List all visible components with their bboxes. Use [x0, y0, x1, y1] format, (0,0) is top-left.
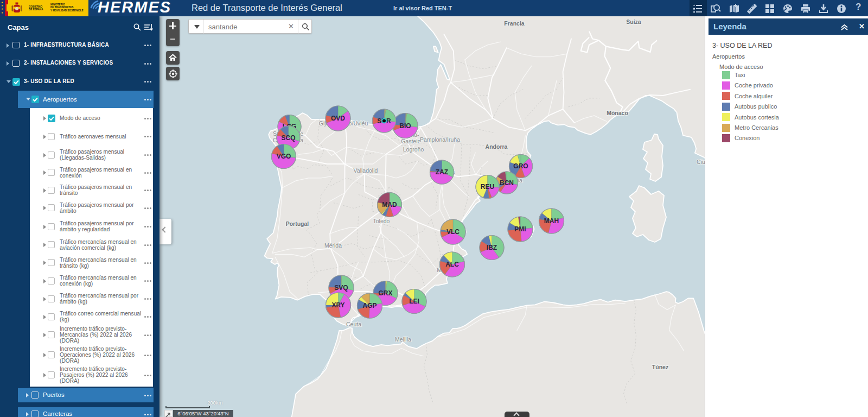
svg-text:SCQ: SCQ: [281, 134, 295, 142]
svg-text:Gasteiz: Gasteiz: [401, 138, 420, 144]
svg-text:IBZ: IBZ: [487, 244, 497, 251]
svg-text:XRY: XRY: [331, 301, 344, 309]
svg-text:Melilla: Melilla: [395, 336, 411, 343]
svg-text:REU: REU: [481, 183, 494, 191]
svg-text:Valladolid: Valladolid: [354, 167, 378, 174]
svg-text:Logroño: Logroño: [403, 146, 424, 153]
svg-text:GRX: GRX: [378, 289, 392, 297]
svg-text:Pamplona/Iruña: Pamplona/Iruña: [420, 136, 460, 143]
svg-text:MAD: MAD: [382, 201, 397, 208]
svg-text:ZAZ: ZAZ: [436, 168, 448, 176]
svg-text:Ceuta: Ceuta: [346, 321, 361, 327]
svg-text:Suiza: Suiza: [626, 18, 641, 25]
svg-text:GRO: GRO: [513, 162, 528, 170]
svg-text:Mérida: Mérida: [324, 242, 342, 249]
svg-text:Portugal: Portugal: [286, 220, 309, 227]
svg-text:SVQ: SVQ: [334, 284, 348, 292]
svg-text:Andorra: Andorra: [486, 143, 508, 150]
svg-text:MAH: MAH: [544, 217, 559, 225]
svg-text:PMI: PMI: [514, 225, 526, 233]
svg-text:Mónaco: Mónaco: [607, 110, 628, 116]
svg-text:OVD: OVD: [331, 115, 345, 122]
svg-text:BCN: BCN: [500, 179, 514, 187]
svg-text:VGO: VGO: [277, 153, 291, 160]
svg-text:Túnez: Túnez: [652, 364, 668, 370]
svg-text:Toledo: Toledo: [373, 218, 390, 224]
svg-text:Francia: Francia: [504, 20, 525, 27]
svg-text:ALC: ALC: [445, 261, 459, 268]
svg-text:VLC: VLC: [446, 228, 459, 236]
svg-text:AGP: AGP: [362, 302, 376, 309]
svg-text:LEI: LEI: [409, 298, 419, 305]
svg-text:BIO: BIO: [399, 122, 411, 130]
